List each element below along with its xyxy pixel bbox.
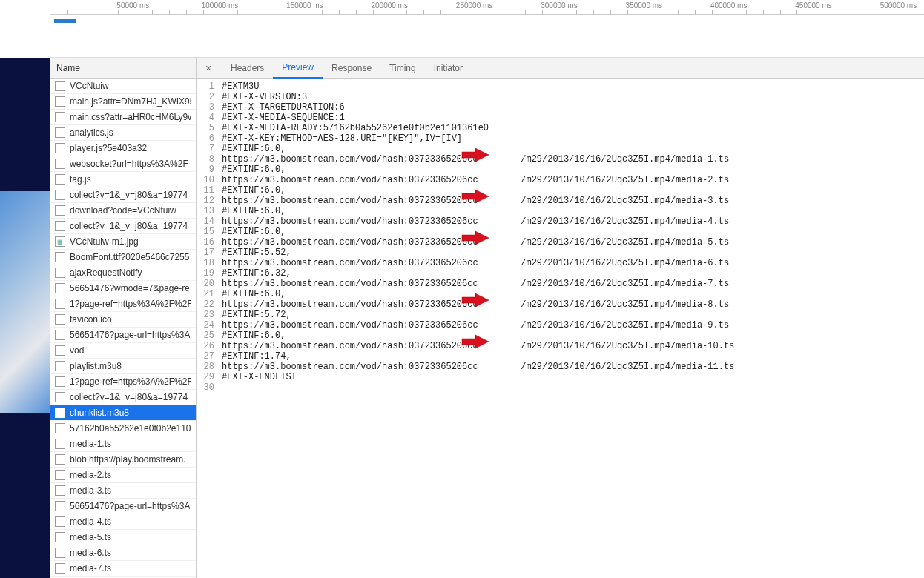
request-row[interactable]: playlist.m3u8: [50, 359, 196, 374]
request-row[interactable]: media-3.ts: [50, 483, 196, 499]
request-row[interactable]: websocket?url=https%3A%2F: [50, 156, 196, 172]
request-row[interactable]: collect?v=1&_v=j80&a=19774: [50, 187, 196, 203]
request-name: tag.js: [70, 174, 91, 185]
request-row[interactable]: 56651476?page-url=https%3A: [50, 328, 196, 343]
code-line: #EXTINF:6.0,: [222, 289, 734, 299]
request-row[interactable]: collect?v=1&_v=j80&a=19774: [50, 219, 196, 234]
code-line: #EXT-X-KEY:METHOD=AES-128,URI="[KEY]",IV…: [222, 133, 734, 144]
line-number: 5: [197, 123, 214, 133]
request-row[interactable]: analytics.js: [50, 125, 196, 141]
image-file-icon: ▦: [55, 236, 65, 247]
request-name: player.js?5e403a32: [70, 143, 147, 153]
close-icon[interactable]: ×: [202, 62, 214, 74]
request-row[interactable]: 1?page-ref=https%3A%2F%2F: [50, 374, 196, 390]
tab-preview[interactable]: Preview: [273, 58, 323, 79]
document-file-icon: [55, 485, 65, 496]
line-gutter: 1234567891011121314151617181920212223242…: [197, 79, 219, 578]
document-file-icon: [55, 376, 65, 387]
line-number: 9: [197, 165, 214, 175]
request-name: main.css?attr=aHR0cHM6Ly9w: [70, 112, 191, 122]
request-row[interactable]: BoomFont.ttf?020e5466c7255: [50, 250, 196, 265]
detail-tabs: × HeadersPreviewResponseTimingInitiator: [197, 58, 924, 79]
request-name: analytics.js: [70, 127, 113, 138]
request-name: BoomFont.ttf?020e5466c7255: [70, 252, 189, 262]
line-number: 6: [197, 133, 214, 144]
document-file-icon: [55, 283, 65, 293]
timeline-tick: 150000 ms: [286, 1, 323, 10]
line-number: 27: [197, 351, 214, 362]
request-row[interactable]: download?code=VCcNtuiw: [50, 203, 196, 219]
request-row[interactable]: 1?page-ref=https%3A%2F%2F: [50, 296, 196, 312]
code-line: #EXT-X-TARGETDURATION:6: [222, 102, 734, 113]
request-name: blob:https://play.boomstream.: [70, 454, 186, 465]
document-file-icon: [55, 470, 65, 480]
requests-header[interactable]: Name: [50, 58, 196, 79]
tab-headers[interactable]: Headers: [222, 58, 273, 79]
request-row[interactable]: player.js?5e403a32: [50, 141, 196, 156]
line-number: 19: [197, 268, 214, 279]
document-file-icon: [55, 532, 65, 542]
request-row[interactable]: blob:https://play.boomstream.: [50, 452, 196, 468]
request-name: websocket?url=https%3A%2F: [70, 159, 188, 169]
request-name: media-2.ts: [70, 470, 111, 480]
request-row[interactable]: media-4.ts: [50, 514, 196, 530]
request-row[interactable]: collect?v=1&_v=j80&a=19774: [50, 390, 196, 405]
document-file-icon: [55, 392, 65, 402]
code-line: #EXTINF:6.32,: [222, 268, 734, 279]
timeline-tick: 500000 ms: [880, 1, 917, 10]
request-name: VCcNtuiw-m1.jpg: [70, 236, 139, 247]
request-row[interactable]: media-6.ts: [50, 545, 196, 561]
code-line: #EXTINF:6.0,: [222, 330, 734, 341]
request-row[interactable]: favicon.ico: [50, 312, 196, 328]
code-line: https://m3.boomstream.com/vod/hash:03723…: [222, 196, 734, 206]
request-row[interactable]: media-5.ts: [50, 530, 196, 545]
code-line: #EXT-X-MEDIA-READY:57162b0a55262e1e0f0b2…: [222, 123, 734, 133]
request-row[interactable]: 56651476?wmode=7&page-re: [50, 281, 196, 296]
timeline-overview[interactable]: 50000 ms100000 ms150000 ms200000 ms25000…: [50, 0, 924, 58]
request-row[interactable]: media-1.ts: [50, 436, 196, 452]
line-number: 29: [197, 372, 214, 382]
request-name: VCcNtuiw: [70, 81, 109, 91]
request-row[interactable]: vod: [50, 343, 196, 359]
document-file-icon: [55, 221, 65, 231]
tab-initiator[interactable]: Initiator: [425, 58, 472, 79]
request-row[interactable]: media-2.ts: [50, 468, 196, 483]
document-file-icon: [55, 299, 65, 309]
code-line: #EXT-X-VERSION:3: [222, 92, 734, 102]
request-row[interactable]: ▦VCcNtuiw-m1.jpg: [50, 234, 196, 250]
request-row[interactable]: ajaxRequestNotify: [50, 265, 196, 281]
line-number: 3: [197, 102, 214, 113]
request-name: 57162b0a55262e1e0f0b2e110: [70, 423, 191, 434]
request-row[interactable]: main.css?attr=aHR0cHM6Ly9w: [50, 110, 196, 125]
line-number: 18: [197, 258, 214, 268]
request-row[interactable]: 57162b0a55262e1e0f0b2e110: [50, 421, 196, 436]
request-row[interactable]: VCcNtuiw: [50, 79, 196, 94]
line-number: 24: [197, 320, 214, 330]
request-row[interactable]: chunklist.m3u8: [50, 405, 196, 421]
document-file-icon: [55, 127, 65, 138]
request-row[interactable]: media-7.ts: [50, 561, 196, 577]
code-line: #EXTINF:1.74,: [222, 351, 734, 362]
tab-timing[interactable]: Timing: [380, 58, 425, 79]
timeline-tick: 350000 ms: [626, 1, 662, 10]
line-number: 11: [197, 185, 214, 196]
request-name: media-3.ts: [70, 485, 111, 496]
code-line: https://m3.boomstream.com/vod/hash:03723…: [222, 279, 734, 289]
request-row[interactable]: 56651476?page-url=https%3A: [50, 499, 196, 514]
document-file-icon: [55, 268, 65, 278]
preview-content[interactable]: 1234567891011121314151617181920212223242…: [197, 79, 924, 578]
code-line: #EXTINF:6.0,: [222, 165, 734, 175]
document-file-icon: [55, 81, 65, 91]
request-name: favicon.ico: [70, 314, 112, 325]
request-name: 56651476?page-url=https%3A: [70, 501, 190, 511]
timeline-tick: 300000 ms: [541, 1, 577, 10]
requests-list[interactable]: VCcNtuiwmain.js?attr=DNm7HJ_KWIX95main.c…: [50, 79, 196, 578]
request-row[interactable]: tag.js: [50, 172, 196, 187]
code-line: #EXTINF:6.0,: [222, 206, 734, 216]
tab-response[interactable]: Response: [323, 58, 380, 79]
timeline-selection-bar: [54, 19, 76, 23]
timeline-ruler: 50000 ms100000 ms150000 ms200000 ms25000…: [50, 0, 924, 15]
timeline-tick: 100000 ms: [202, 1, 238, 10]
request-row[interactable]: main.js?attr=DNm7HJ_KWIX95: [50, 94, 196, 110]
document-file-icon: [55, 314, 65, 325]
